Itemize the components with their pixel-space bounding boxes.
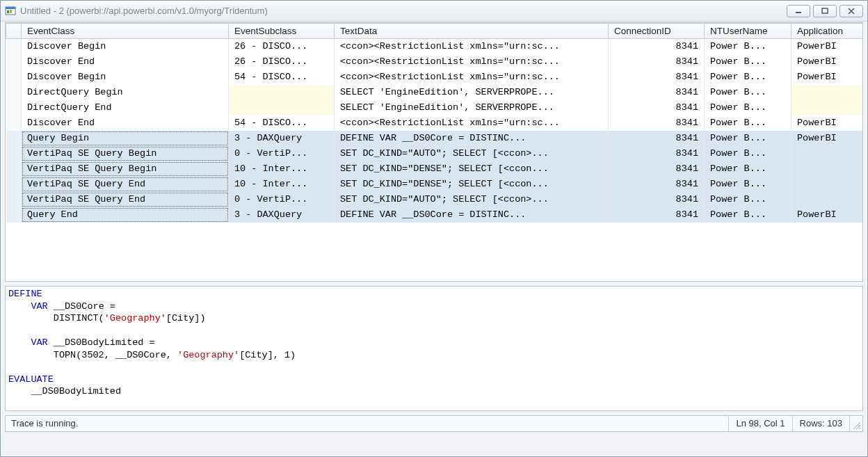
col-header-applicationname[interactable]: Application xyxy=(791,24,863,39)
cell-eventsubclass: 0 - VertiP... xyxy=(229,146,335,161)
cell-connectionid: 8341 xyxy=(609,39,705,54)
table-row[interactable]: VertiPaq SE Query Begin0 - VertiP...SET … xyxy=(6,146,863,161)
table-row[interactable]: Discover Begin26 - DISCO...<ccon><Restri… xyxy=(6,39,863,54)
cell-connectionid: 8341 xyxy=(609,161,705,177)
close-button[interactable] xyxy=(839,5,863,17)
cell-ntusername: Power B... xyxy=(705,100,791,115)
row-header-cell xyxy=(6,115,22,131)
cell-ntusername: Power B... xyxy=(705,146,791,161)
svg-line-10 xyxy=(859,428,860,429)
row-header-cell xyxy=(6,54,22,70)
cell-connectionid: 8341 xyxy=(609,146,705,161)
cell-eventclass: Discover Begin xyxy=(22,70,229,85)
cell-applicationname xyxy=(791,85,863,100)
cell-applicationname: PowerBI xyxy=(791,70,863,85)
row-header-cell xyxy=(6,161,22,177)
table-row[interactable]: Discover End26 - DISCO...<ccon><Restrict… xyxy=(6,54,863,70)
cell-ntusername: Power B... xyxy=(705,70,791,85)
table-row[interactable]: DirectQuery End SELECT 'EngineEdition', … xyxy=(6,100,863,115)
svg-rect-2 xyxy=(7,10,9,13)
col-header-eventclass[interactable]: EventClass xyxy=(22,24,229,39)
cell-ntusername: Power B... xyxy=(705,161,791,177)
cell-ntusername: Power B... xyxy=(705,192,791,207)
table-row[interactable]: VertiPaq SE Query Begin10 - Inter...SET … xyxy=(6,161,863,177)
table-row[interactable]: Query End3 - DAXQueryDEFINE VAR __DS0Cor… xyxy=(6,207,863,223)
cell-textdata: SELECT 'EngineEdition', SERVERPROPE... xyxy=(335,85,609,100)
cell-connectionid: 8341 xyxy=(609,70,705,85)
maximize-button[interactable] xyxy=(813,5,837,17)
cell-textdata: <ccon><RestrictionList xmlns="urn:sc... xyxy=(335,54,609,70)
cell-connectionid: 8341 xyxy=(609,85,705,100)
row-header-cell xyxy=(6,146,22,161)
cell-eventsubclass: 3 - DAXQuery xyxy=(229,207,335,223)
row-header-cell xyxy=(6,39,22,54)
cell-textdata: SET DC_KIND="DENSE"; SELECT [<ccon... xyxy=(335,177,609,192)
cell-textdata: DEFINE VAR __DS0Core = DISTINC... xyxy=(335,131,609,146)
col-header-connectionid[interactable]: ConnectionID xyxy=(609,24,705,39)
cell-eventclass: VertiPaq SE Query End xyxy=(22,177,229,192)
cell-ntusername: Power B... xyxy=(705,177,791,192)
query-detail-pane[interactable]: DEFINE VAR __DS0Core = DISTINCT('Geograp… xyxy=(5,286,863,411)
cell-eventclass: DirectQuery End xyxy=(22,100,229,115)
cell-eventclass: Query Begin xyxy=(22,131,229,146)
col-header-eventsubclass[interactable]: EventSubclass xyxy=(229,24,335,39)
cell-eventsubclass: 54 - DISCO... xyxy=(229,115,335,131)
app-window: Untitled - 2 (powerbi://api.powerbi.com/… xyxy=(0,0,868,457)
table-row[interactable]: VertiPaq SE Query End10 - Inter...SET DC… xyxy=(6,177,863,192)
table-row[interactable]: DirectQuery Begin SELECT 'EngineEdition'… xyxy=(6,85,863,100)
cell-applicationname xyxy=(791,192,863,207)
titlebar: Untitled - 2 (powerbi://api.powerbi.com/… xyxy=(1,1,867,22)
status-message: Trace is running. xyxy=(6,416,729,431)
row-header-cell xyxy=(6,207,22,223)
cell-textdata: <ccon><RestrictionList xmlns="urn:sc... xyxy=(335,39,609,54)
cell-eventsubclass: 3 - DAXQuery xyxy=(229,131,335,146)
row-header-cell xyxy=(6,70,22,85)
cell-applicationname: PowerBI xyxy=(791,54,863,70)
cell-textdata: <ccon><RestrictionList xmlns="urn:sc... xyxy=(335,70,609,85)
table-row[interactable]: VertiPaq SE Query End0 - VertiP...SET DC… xyxy=(6,192,863,207)
cell-eventclass: VertiPaq SE Query End xyxy=(22,192,229,207)
row-header-cell xyxy=(6,100,22,115)
minimize-button[interactable] xyxy=(787,5,810,17)
cell-connectionid: 8341 xyxy=(609,100,705,115)
table-row[interactable]: Discover Begin54 - DISCO...<ccon><Restri… xyxy=(6,70,863,85)
col-header-textdata[interactable]: TextData xyxy=(335,24,609,39)
cell-eventsubclass: 26 - DISCO... xyxy=(229,39,335,54)
svg-rect-3 xyxy=(10,10,12,13)
row-header-cell xyxy=(6,192,22,207)
cell-eventsubclass: 26 - DISCO... xyxy=(229,54,335,70)
cell-eventclass: Query End xyxy=(22,207,229,223)
app-icon xyxy=(5,6,16,17)
trace-grid[interactable]: EventClass EventSubclass TextData Connec… xyxy=(5,22,863,282)
cell-applicationname xyxy=(791,100,863,115)
table-row[interactable]: Query Begin3 - DAXQueryDEFINE VAR __DS0C… xyxy=(6,131,863,146)
cell-ntusername: Power B... xyxy=(705,39,791,54)
cell-applicationname xyxy=(791,177,863,192)
row-header-cell xyxy=(6,177,22,192)
statusbar: Trace is running. Ln 98, Col 1 Rows: 103 xyxy=(5,415,863,432)
svg-rect-1 xyxy=(6,7,15,9)
svg-rect-5 xyxy=(822,8,828,13)
cell-connectionid: 8341 xyxy=(609,192,705,207)
cell-eventsubclass: 10 - Inter... xyxy=(229,177,335,192)
window-title: Untitled - 2 (powerbi://api.powerbi.com/… xyxy=(20,6,787,16)
row-header-cell xyxy=(6,131,22,146)
col-header-ntusername[interactable]: NTUserName xyxy=(705,24,791,39)
cell-connectionid: 8341 xyxy=(609,115,705,131)
cell-textdata: <ccon><RestrictionList xmlns="urn:sc... xyxy=(335,115,609,131)
cell-applicationname: PowerBI xyxy=(791,115,863,131)
resize-grip-icon[interactable] xyxy=(850,416,862,431)
cell-connectionid: 8341 xyxy=(609,54,705,70)
cell-eventclass: VertiPaq SE Query Begin xyxy=(22,146,229,161)
table-row[interactable]: Discover End54 - DISCO...<ccon><Restrict… xyxy=(6,115,863,131)
row-header-blank xyxy=(6,24,22,39)
cell-textdata: SET DC_KIND="DENSE"; SELECT [<ccon... xyxy=(335,161,609,177)
cell-ntusername: Power B... xyxy=(705,115,791,131)
cell-eventclass: Discover End xyxy=(22,115,229,131)
cell-ntusername: Power B... xyxy=(705,207,791,223)
cell-eventclass: Discover Begin xyxy=(22,39,229,54)
row-header-cell xyxy=(6,85,22,100)
cell-connectionid: 8341 xyxy=(609,131,705,146)
cell-eventsubclass xyxy=(229,100,335,115)
cell-applicationname: PowerBI xyxy=(791,207,863,223)
